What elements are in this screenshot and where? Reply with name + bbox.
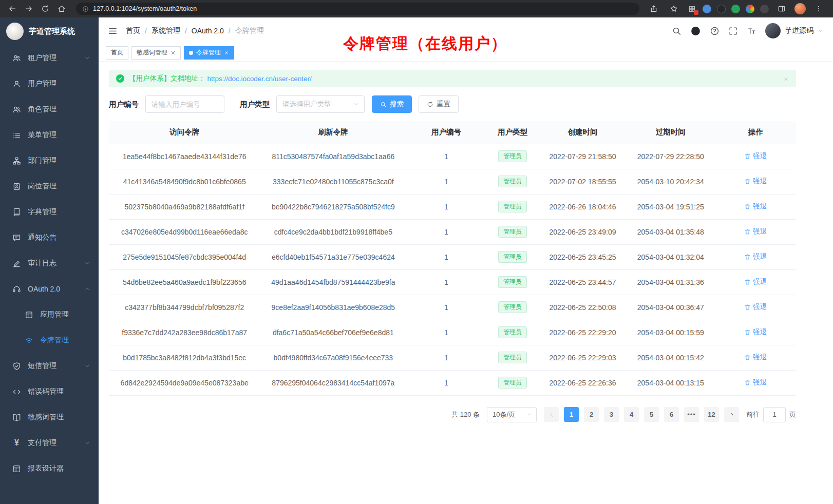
pagination-page-button[interactable]: 3 bbox=[604, 407, 619, 422]
refresh-token-cell: 8796295f04064c2983414cc54af1097a bbox=[260, 370, 406, 395]
sidebar-item-dict[interactable]: 字典管理 bbox=[0, 199, 99, 225]
sidebar-item-role[interactable]: 角色管理 bbox=[0, 96, 99, 122]
alert-close-button[interactable] bbox=[783, 76, 789, 82]
search-button[interactable]: 搜索 bbox=[372, 95, 412, 113]
site-info-icon[interactable] bbox=[82, 6, 89, 12]
pagination-more-button[interactable]: ••• bbox=[684, 407, 699, 422]
sidebar-item-oauth2-app[interactable]: 应用管理 bbox=[0, 302, 99, 327]
bookopen-icon bbox=[12, 413, 21, 422]
doc-link[interactable]: https://doc.iocoder.cn/user-center/ bbox=[207, 75, 312, 83]
breadcrumb-item[interactable]: 系统管理 bbox=[152, 26, 180, 35]
collapse-sidebar-button[interactable] bbox=[108, 26, 118, 36]
pagination-page-button[interactable]: 12 bbox=[704, 407, 719, 422]
sidebar-item-post[interactable]: 岗位管理 bbox=[0, 173, 99, 199]
pagination-page-button[interactable]: 4 bbox=[624, 407, 639, 422]
extension-button-6[interactable] bbox=[760, 5, 769, 13]
breadcrumb-item[interactable]: 首页 bbox=[126, 26, 140, 35]
fullscreen-button[interactable] bbox=[728, 26, 738, 36]
sidebar-item-notice[interactable]: 通知公告 bbox=[0, 225, 99, 250]
tab-close-button[interactable] bbox=[171, 50, 176, 55]
address-bar[interactable]: 127.0.0.1:1024/system/oauth2/token bbox=[76, 3, 639, 15]
force-logout-button[interactable]: 强退 bbox=[744, 227, 767, 236]
tab-token[interactable]: 令牌管理 bbox=[184, 46, 234, 60]
sidebar-item-report-designer[interactable]: 报表设计器 bbox=[0, 456, 99, 481]
user-id-input[interactable] bbox=[145, 95, 224, 113]
sidebar-item-sensitive-word[interactable]: 敏感词管理 bbox=[0, 404, 99, 430]
sidebar-item-menu[interactable]: 菜单管理 bbox=[0, 122, 99, 148]
expire-time-cell: 2054-03-04 00:15:59 bbox=[626, 320, 715, 345]
table-row: 54d6be82ee5a460a9aedc1f9bf22365649d1aa46… bbox=[109, 269, 796, 295]
sidebar-item-label: 错误码管理 bbox=[28, 387, 64, 396]
extension-button-2[interactable] bbox=[703, 5, 711, 13]
browser-menu-button[interactable] bbox=[811, 2, 826, 16]
extension-button-1[interactable] bbox=[687, 4, 697, 14]
extension-button-3[interactable] bbox=[717, 5, 726, 13]
font-size-button[interactable] bbox=[747, 26, 756, 36]
sidebar-item-dept[interactable]: 部门管理 bbox=[0, 148, 99, 173]
sidebar-item-pay[interactable]: ¥支付管理 bbox=[0, 430, 99, 456]
pagination-prev-button[interactable] bbox=[544, 407, 559, 422]
force-logout-button[interactable]: 强退 bbox=[744, 177, 767, 186]
extension-button-5[interactable] bbox=[746, 5, 754, 13]
force-logout-button[interactable]: 强退 bbox=[744, 202, 767, 211]
share-button[interactable] bbox=[647, 2, 661, 16]
sidebar-item-sms[interactable]: 短信管理 bbox=[0, 353, 99, 379]
table-header-row: 访问令牌刷新令牌用户编号用户类型创建时间过期时间操作 bbox=[109, 121, 796, 144]
action-cell: 强退 bbox=[715, 144, 796, 169]
page-header: 首页/系统管理/OAuth 2.0/令牌管理 芋道源码 bbox=[99, 17, 833, 44]
force-logout-button[interactable]: 强退 bbox=[744, 252, 767, 261]
table-row: 1ea5e44f8bc1467aaede43144f31de76811c5304… bbox=[109, 144, 796, 169]
user-type-cell: 管理员 bbox=[486, 169, 539, 194]
tab-close-button[interactable] bbox=[224, 50, 229, 55]
sidebar-item-audit-log[interactable]: 审计日志 bbox=[0, 250, 99, 276]
access-token-cell: b0d1785bc3a8482f812db4a3f3bd15ec bbox=[109, 345, 260, 370]
breadcrumb-item[interactable]: OAuth 2.0 bbox=[192, 27, 224, 35]
sidebar-item-oauth2-token[interactable]: 令牌管理 bbox=[0, 327, 99, 353]
force-logout-button[interactable]: 强退 bbox=[744, 302, 767, 312]
user-type-select[interactable]: 请选择用户类型 bbox=[276, 95, 365, 113]
sidebar-item-error-code[interactable]: 错误码管理 bbox=[0, 379, 99, 404]
force-logout-button[interactable]: 强退 bbox=[744, 378, 767, 387]
goto-page-input[interactable] bbox=[763, 407, 786, 422]
pagination: 共 120 条 10条/页 123456•••12 前往 页 bbox=[109, 407, 796, 422]
pagination-page-button[interactable]: 1 bbox=[564, 407, 579, 422]
page-size-select[interactable]: 10条/页 bbox=[487, 407, 537, 422]
table-row: 275e5de9151045fe87cbdc395e004f4de6cfd40e… bbox=[109, 244, 796, 269]
force-logout-button[interactable]: 强退 bbox=[744, 353, 767, 362]
user-id-cell: 1 bbox=[406, 144, 486, 169]
force-logout-button[interactable]: 强退 bbox=[744, 277, 767, 286]
sidebar-item-tenant[interactable]: 租户管理 bbox=[0, 45, 99, 71]
forward-button[interactable] bbox=[22, 2, 36, 16]
github-link[interactable] bbox=[690, 26, 701, 36]
action-cell: 强退 bbox=[715, 244, 796, 269]
back-button[interactable] bbox=[5, 2, 20, 16]
reload-button[interactable] bbox=[38, 2, 52, 16]
trash-icon bbox=[744, 203, 751, 210]
bookmark-button[interactable] bbox=[667, 2, 681, 16]
header-search-button[interactable] bbox=[672, 26, 681, 36]
app-logo[interactable]: 芋道管理系统 bbox=[0, 17, 99, 45]
pagination-page-button[interactable]: 5 bbox=[644, 407, 659, 422]
reset-button[interactable]: 重置 bbox=[419, 95, 459, 113]
tab-sensitive-word[interactable]: 敏感词管理 bbox=[131, 46, 181, 60]
extension-button-4[interactable] bbox=[731, 5, 740, 13]
force-logout-button[interactable]: 强退 bbox=[744, 327, 767, 337]
help-button[interactable] bbox=[710, 26, 720, 36]
pagination-page-button[interactable]: 2 bbox=[584, 407, 599, 422]
pagination-page-button[interactable]: 6 bbox=[664, 407, 679, 422]
breadcrumb: 首页/系统管理/OAuth 2.0/令牌管理 bbox=[126, 26, 264, 35]
code-icon bbox=[12, 387, 21, 396]
side-panel-button[interactable] bbox=[774, 2, 789, 16]
pagination-next-button[interactable] bbox=[724, 407, 739, 422]
doc-alert: 【用户体系】文档地址： https://doc.iocoder.cn/user-… bbox=[109, 70, 796, 87]
user-id-cell: 1 bbox=[406, 244, 486, 269]
browser-profile-avatar[interactable] bbox=[794, 3, 806, 14]
force-logout-button[interactable]: 强退 bbox=[744, 151, 767, 161]
home-button[interactable] bbox=[54, 2, 69, 16]
column-header: 用户类型 bbox=[486, 121, 539, 144]
sidebar-item-oauth2[interactable]: OAuth 2.0 bbox=[0, 276, 99, 302]
sidebar-item-user[interactable]: 用户管理 bbox=[0, 71, 99, 96]
user-menu[interactable]: 芋道源码 bbox=[765, 23, 824, 38]
tab-home[interactable]: 首页 bbox=[106, 46, 128, 60]
total-count: 共 120 条 bbox=[451, 410, 480, 419]
